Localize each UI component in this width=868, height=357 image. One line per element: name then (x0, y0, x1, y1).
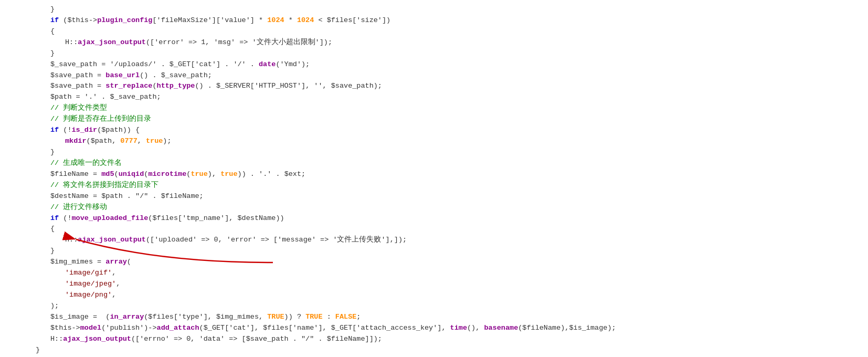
line-content: } (0, 48, 868, 59)
line-content: } (0, 246, 868, 257)
token-plain: , (137, 137, 146, 145)
token-plain: (['errno' => 0, 'data' => [ (131, 335, 246, 343)
token-var: $path (91, 137, 112, 145)
token-fn: is_dir (72, 126, 98, 134)
token-plain: ; (199, 192, 204, 200)
token-plain: ); (163, 137, 171, 145)
token-plain: H:: (65, 38, 78, 46)
code-line: { (0, 224, 868, 235)
code-line: 'image/gif', (0, 268, 868, 279)
token-var: $_save_path (161, 71, 208, 79)
token-true-kw: true (190, 170, 207, 178)
token-plain: ; (356, 313, 361, 321)
token-plain: ['HTTP_HOST'], '', (250, 82, 331, 90)
line-content: $img_mimes = array( (0, 257, 868, 268)
token-plain: } (50, 148, 55, 156)
line-content: // 判断是否存在上传到的目录 (0, 114, 868, 125)
token-plain: < (314, 16, 326, 24)
token-plain: ( (114, 170, 119, 178)
token-plain: , (116, 280, 120, 288)
code-line: $img_mimes = array( (0, 257, 868, 268)
code-lines: }if ($this->plugin_config['fileMaxSize']… (0, 4, 868, 357)
token-var: $_GET (204, 324, 225, 332)
token-plain: ['type'], (174, 313, 216, 321)
code-line: $destName = $path . "/" . $fileName; (0, 191, 868, 202)
code-line: // 生成唯一的文件名 (0, 158, 868, 169)
token-plain: = (93, 71, 105, 79)
token-plain: ]]); (365, 335, 382, 343)
token-fn: ajax_json_output (78, 38, 146, 46)
token-plain: { (50, 27, 55, 35)
token-plain: , (112, 137, 120, 145)
code-line: } (0, 4, 868, 15)
token-fn: move_uploaded_file (72, 214, 149, 222)
token-true-kw: true (146, 137, 163, 145)
token-plain: ['name'], (289, 324, 331, 332)
line-content: $save_path = str_replace(http_type() . $… (0, 81, 868, 92)
line-content: // 将文件名拼接到指定的目录下 (0, 180, 868, 191)
token-fn: http_type (157, 82, 195, 90)
line-content: } (0, 345, 868, 356)
token-kw: if (50, 16, 59, 24)
token-plain: (['uploaded' => 0, 'error' => ['message'… (146, 236, 407, 244)
line-content: { (0, 224, 868, 235)
code-line: // 进行文件移动 (0, 202, 868, 213)
token-plain: = '.' . (72, 93, 110, 101)
token-var: $_save_path (110, 93, 156, 101)
token-plain: } (50, 247, 55, 255)
token-var: $_GET (331, 324, 353, 332)
token-true-kw: true (220, 170, 237, 178)
token-var: $files (327, 16, 353, 24)
token-kw: if (50, 126, 59, 134)
token-var: $_SERVER (216, 82, 250, 90)
line-content: 'image/png', (0, 290, 868, 301)
code-line: $is_image = (in_array($files['type'], $i… (0, 312, 868, 323)
token-plain: ), (560, 324, 569, 332)
token-num: 1024 (267, 16, 284, 24)
token-var: $is_image (50, 313, 89, 321)
token-str: 'image/jpeg' (65, 280, 116, 288)
token-plain: ; (157, 93, 161, 101)
token-fn: plugin_config (97, 16, 152, 24)
token-plain: ['size']) (352, 16, 390, 24)
code-line: } (0, 345, 868, 356)
line-content: if ($this->plugin_config['fileMaxSize'][… (0, 15, 868, 26)
token-plain: , (112, 269, 116, 277)
token-var: $ext (284, 170, 301, 178)
token-plain: ['fileMaxSize']['value'] * (152, 16, 267, 24)
token-var: $fileName (522, 324, 560, 332)
token-plain: = ( (89, 313, 110, 321)
code-line: if ($this->plugin_config['fileMaxSize'][… (0, 15, 868, 26)
token-var: $path (101, 192, 123, 200)
code-line: { (0, 26, 868, 37)
token-var: $path (101, 126, 123, 134)
line-content: mkdir($path, 0777, true); (0, 136, 868, 147)
token-var: $save_path (50, 82, 93, 90)
token-plain: . "/" . (289, 335, 327, 343)
token-fn: md5 (101, 170, 114, 178)
line-content: // 判断文件类型 (0, 103, 868, 114)
token-plain: -> (89, 16, 97, 24)
token-fn: base_url (105, 71, 140, 79)
token-num: 1024 (297, 16, 314, 24)
token-plain: )) ? (284, 313, 306, 321)
token-plain: ); (607, 324, 616, 332)
token-var: $files (263, 324, 289, 332)
token-plain: (), (467, 324, 484, 332)
token-plain: ( (87, 137, 91, 145)
code-line: ); (0, 301, 868, 312)
code-line: $save_path = base_url() . $_save_path; (0, 70, 868, 81)
token-var: $img_mimes (216, 313, 259, 321)
token-true-kw: TRUE (267, 313, 284, 321)
code-line: $_save_path = '/uploads/' . $_GET['cat']… (0, 59, 868, 70)
line-content: $fileName = md5(uniqid(microtime(true), … (0, 169, 868, 180)
code-line: $fileName = md5(uniqid(microtime(true), … (0, 169, 868, 180)
code-line: H::ajax_json_output(['uploaded' => 0, 'e… (0, 235, 868, 246)
token-plain: = (89, 170, 101, 178)
token-plain: ['attach_access_key'], (352, 324, 450, 332)
code-line: // 判断文件类型 (0, 103, 868, 114)
code-line: $this->model('publish')->add_attach($_GE… (0, 323, 868, 334)
token-plain: )) . '.' . (238, 170, 284, 178)
token-fn: ajax_json_output (63, 335, 131, 343)
token-fn: basename (484, 324, 518, 332)
